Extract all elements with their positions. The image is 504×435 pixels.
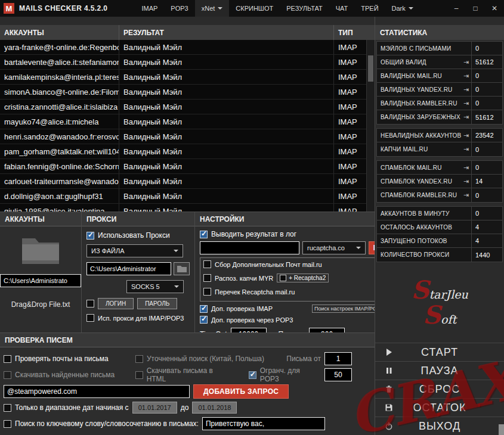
- keyword-input[interactable]: [202, 417, 325, 430]
- date-range-checkbox[interactable]: [4, 404, 11, 412]
- download-html-checkbox[interactable]: [135, 371, 143, 379]
- refined-search-checkbox[interactable]: [135, 355, 143, 363]
- menu-item-tray[interactable]: ТРЕЙ: [354, 0, 385, 17]
- table-row[interactable]: mayuko74@alice.it:michela Валидный Мэйл …: [0, 114, 366, 129]
- proxy-for-imap-checkbox[interactable]: [86, 314, 94, 322]
- query-input[interactable]: [4, 385, 190, 398]
- menu-item-result[interactable]: РЕЗУЛЬТАТ: [280, 0, 329, 17]
- use-proxy-checkbox[interactable]: [86, 232, 94, 240]
- recaptcha2-box: + Recaptcha2: [277, 274, 329, 282]
- export-icon[interactable]: [463, 72, 471, 80]
- export-icon[interactable]: [463, 86, 471, 94]
- stat-value: 1440: [471, 248, 502, 262]
- date-to-label: до: [181, 403, 189, 412]
- maximize-button[interactable]: □: [466, 0, 485, 17]
- stat-row: КОЛИЧЕСТВО ПРОКСИ 1440: [377, 248, 502, 262]
- table-row[interactable]: giulia.1985@alice.it:valentina Валидный …: [0, 204, 366, 212]
- proxy-source-select[interactable]: ИЗ ФАЙЛА: [86, 244, 183, 257]
- start-button[interactable]: СТАРТ: [375, 343, 504, 361]
- letters-panel: ПРОВЕРКА ПИСЕМ Проверять почты на письма…: [0, 333, 375, 435]
- minimize-button[interactable]: –: [447, 0, 466, 17]
- export-icon[interactable]: [463, 58, 471, 66]
- menu-item-imap[interactable]: IMAP: [135, 0, 164, 17]
- table-row[interactable]: henri.sandoz@wanadoo.fr:erosvoltai Валид…: [0, 129, 366, 144]
- table-row[interactable]: cristina.zannotti@alice.it:islaibiza Вал…: [0, 100, 366, 114]
- password-button[interactable]: ПАРОЛЬ: [137, 298, 177, 309]
- captcha-key-input[interactable]: [200, 241, 299, 254]
- menu-item-pop3[interactable]: POP3: [164, 0, 194, 17]
- settings-panel: НАСТРОЙКИ Выводить результат в лог rucap…: [195, 212, 388, 333]
- browse-folder-button[interactable]: [174, 262, 190, 275]
- log-output-checkbox[interactable]: [200, 231, 208, 238]
- export-icon[interactable]: [463, 132, 471, 139]
- export-icon[interactable]: [463, 178, 471, 185]
- column-header-type[interactable]: ТИП: [334, 25, 375, 40]
- letters-from-label: Письма от: [286, 355, 321, 363]
- reset-button[interactable]: СБРОС: [375, 380, 504, 398]
- stat-label: ВАЛИДНЫХ YANDEX.RU: [377, 86, 463, 93]
- date-from-button[interactable]: 01.01.2017: [132, 402, 177, 414]
- pause-button[interactable]: ПАУЗА: [375, 361, 504, 380]
- menu-item-theme[interactable]: Dark: [385, 0, 420, 17]
- panel-scrollbar[interactable]: [499, 424, 504, 435]
- proxy-auth-checkbox[interactable]: [86, 300, 94, 307]
- export-icon[interactable]: [463, 191, 471, 199]
- pop3-limit-label: Огранч. для POP3: [260, 366, 321, 383]
- type-cell: IMAP: [334, 129, 366, 144]
- export-icon[interactable]: [463, 113, 471, 121]
- close-button[interactable]: ✕: [485, 0, 504, 17]
- proxy-type-select[interactable]: SOCKS 5: [126, 280, 184, 293]
- account-cell: carlouet-traiteurmansle@wanadoo.fr: [0, 174, 119, 188]
- imap-search-settings-label[interactable]: Поиск настроек IMAP/POP: [312, 304, 383, 313]
- table-row[interactable]: pam_gorham@talktalk.net:will1046 Валидны…: [0, 144, 366, 159]
- table-row[interactable]: bartalevente@alice.it:stefaniamontin Вал…: [0, 55, 366, 70]
- pop3-check-checkbox[interactable]: [200, 316, 208, 324]
- result-cell: Валидный Мэйл: [119, 85, 334, 99]
- stat-value: 14: [471, 175, 502, 188]
- table-row[interactable]: d.dollnig@aon.at:guglhupf31 Валидный Мэй…: [0, 189, 366, 204]
- export-icon[interactable]: [463, 100, 471, 107]
- stat-label: СПАМБЛОК MAIL.RU: [377, 164, 463, 171]
- play-icon: [385, 348, 393, 356]
- accounts-path-input[interactable]: [0, 274, 81, 287]
- scrollbar-thumb[interactable]: [368, 55, 373, 82]
- recognize-captcha-checkbox[interactable]: [203, 274, 211, 282]
- table-row[interactable]: simonA.bianco@t-online.de:Filomen Валидн…: [0, 85, 366, 100]
- rest-button[interactable]: ОСТАТОК: [375, 398, 504, 417]
- table-row[interactable]: carlouet-traiteurmansle@wanadoo.fr Валид…: [0, 174, 366, 189]
- account-cell: bartalevente@alice.it:stefaniamontin: [0, 55, 119, 69]
- folder-icon[interactable]: [21, 235, 60, 265]
- collect-extra-mail-checkbox[interactable]: [203, 260, 211, 268]
- proxy-path-input[interactable]: [86, 262, 171, 275]
- login-button[interactable]: ЛОГИН: [98, 298, 134, 309]
- column-header-accounts[interactable]: АККАУНТЫ: [0, 25, 119, 40]
- download-letters-checkbox[interactable]: [4, 371, 11, 379]
- pop3-limit-input[interactable]: [324, 368, 352, 381]
- imap-check-checkbox[interactable]: [200, 305, 208, 313]
- column-header-result[interactable]: РЕЗУЛЬТАТ: [119, 25, 334, 40]
- date-to-button[interactable]: 01.01.2018: [192, 402, 237, 414]
- export-icon[interactable]: [463, 164, 471, 172]
- menu-item-xnet[interactable]: xNet: [195, 0, 230, 17]
- pop3-limit-checkbox[interactable]: [249, 371, 256, 379]
- export-icon[interactable]: [463, 145, 471, 153]
- table-row[interactable]: kamilakempinska@interia.pl:tereszkie Вал…: [0, 70, 366, 85]
- table-row[interactable]: yara-franke@t-online.de:Regenboge Валидн…: [0, 40, 366, 55]
- keyword-search-checkbox[interactable]: [4, 420, 11, 428]
- type-cell: IMAP: [334, 114, 366, 129]
- recaptcha2-checkbox[interactable]: [280, 275, 286, 281]
- stat-label: ВАЛИДНЫХ MAIL.RU: [377, 73, 463, 79]
- letters-from-input[interactable]: [324, 352, 352, 365]
- table-scrollbar[interactable]: [366, 40, 375, 212]
- exit-button[interactable]: ВЫХОД: [375, 417, 504, 435]
- add-query-button[interactable]: ДОБАВИТЬ ЗАПРОС: [193, 384, 289, 399]
- type-cell: IMAP: [334, 174, 366, 188]
- captcha-service-select[interactable]: rucaptcha.co: [302, 241, 366, 254]
- table-row[interactable]: fabian.fennig@t-online.de:Schornste Вали…: [0, 159, 366, 174]
- menu-item-screenshot[interactable]: СКРИНШОТ: [229, 0, 280, 17]
- stat-label: АККАУНТОВ В МИНУТУ: [377, 210, 471, 217]
- menu-item-chat[interactable]: ЧАТ: [329, 0, 355, 17]
- recheck-recaptcha-checkbox[interactable]: [203, 288, 211, 296]
- stat-label: СПАМБЛОК RAMBLER.RU: [377, 192, 463, 198]
- check-letters-checkbox[interactable]: [4, 355, 11, 363]
